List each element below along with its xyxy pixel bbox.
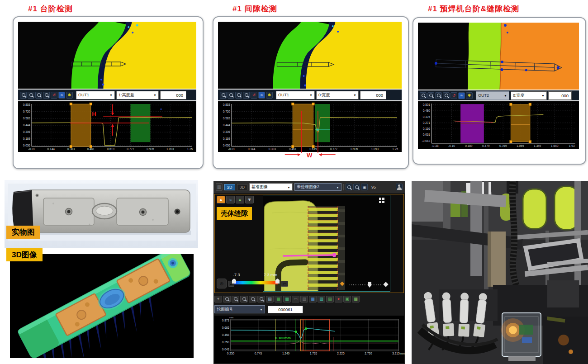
svg-text:0.444: 0.444 (23, 123, 31, 127)
measure-mode-select[interactable]: 0:宽度 (511, 91, 547, 100)
viewer-topbar: ▥ 2D 3D 基准图像 未处理图像2 ▣ 95 (213, 181, 405, 193)
roi-handle[interactable] (90, 145, 92, 148)
region-tool-icon[interactable]: ▧ (300, 296, 308, 303)
roi-box-orange[interactable] (511, 104, 530, 142)
svg-text:0.271: 0.271 (423, 121, 431, 124)
export-icon[interactable]: ▣ (343, 296, 351, 303)
source-image-select[interactable]: 基准图像 (249, 183, 293, 191)
contour-select[interactable]: 轮廓编号 (214, 305, 265, 313)
grid-tool-icon[interactable]: ▦ (275, 296, 282, 303)
zoom-out-icon[interactable] (28, 92, 34, 99)
waveform-icon[interactable]: ≈ (458, 92, 465, 99)
zoom-out-icon[interactable] (353, 184, 360, 190)
roi-handle[interactable] (312, 103, 315, 105)
image-viewport[interactable] (263, 195, 390, 292)
colorbar-handle-min[interactable] (232, 279, 236, 284)
panel-title-gap: #1 间隙检测 (232, 4, 277, 14)
settings-icon[interactable]: ✱ (266, 92, 273, 99)
roi-handle[interactable] (70, 103, 72, 105)
zoom-out-icon[interactable] (228, 92, 234, 99)
view-mode-icons: ▲≈▲▼ (217, 196, 254, 203)
zoom-out-tool-icon[interactable] (232, 296, 239, 303)
colorbar-fit-icon[interactable]: ▭ (281, 281, 288, 287)
contour-number-field[interactable]: 000061 (268, 306, 303, 313)
svg-text:2.720: 2.720 (365, 352, 372, 355)
compare-tool-icon[interactable]: ▩ (283, 296, 291, 303)
zoom-fit-icon[interactable] (243, 92, 250, 99)
measure-toolbar-step: ↺≈✱ OUT1 1:高度差 000 (18, 90, 196, 100)
roi-handle[interactable] (291, 103, 294, 105)
zoom-fit-tool-icon[interactable] (257, 296, 265, 303)
waveform-icon[interactable]: ≈ (58, 92, 65, 99)
roi-handle[interactable] (509, 140, 512, 143)
output-select[interactable]: OUT2 (476, 91, 509, 100)
roi-box-orange[interactable] (71, 104, 91, 147)
image-view-icon[interactable]: ▲ (217, 196, 225, 203)
zoom-region-tool-icon[interactable] (240, 296, 248, 303)
roi-handle[interactable] (529, 103, 531, 106)
roi-handle[interactable] (70, 145, 72, 148)
profile-tool-icon[interactable]: ▤ (266, 296, 274, 303)
position-view-icon[interactable]: ▼ (245, 196, 254, 203)
zoom-region-icon[interactable] (435, 92, 442, 99)
undo-icon[interactable]: ↺ (450, 92, 457, 99)
zoom-in-icon[interactable] (346, 184, 352, 190)
roi-handle[interactable] (529, 140, 531, 143)
zoom-in-icon[interactable] (220, 92, 227, 99)
measure-mode-select[interactable]: 1:高度差 (116, 91, 159, 99)
mask-tool-icon[interactable]: ▭ (292, 296, 299, 303)
layout-icon[interactable]: ▥ (216, 183, 223, 191)
measure-toolbar-preweld: ↺≈✱ OUT2 0:宽度 000 (418, 90, 579, 100)
roi-handle[interactable] (312, 145, 315, 148)
output-select[interactable]: OUT1 (76, 91, 115, 99)
roi-handle[interactable] (90, 103, 92, 105)
zoom-in-icon[interactable] (20, 92, 27, 99)
output-select-value: OUT2 (478, 93, 489, 98)
profile-view-icon[interactable]: ≈ (226, 196, 235, 203)
roi-box-orange[interactable] (293, 104, 313, 147)
roi-handle[interactable] (509, 103, 512, 106)
undo-icon[interactable]: ↺ (51, 92, 57, 99)
svg-text:0.250: 0.250 (222, 340, 230, 344)
output-select[interactable]: OUT1 (276, 91, 315, 99)
roi-handle[interactable] (291, 145, 294, 148)
record-icon[interactable]: ● (335, 296, 342, 303)
settings-icon[interactable]: ✱ (466, 92, 473, 99)
zoom-fit-icon[interactable]: ▣ (361, 184, 368, 190)
shell-gap-label: 壳体缝隙 (217, 207, 252, 220)
zoom-region-icon[interactable] (35, 92, 42, 99)
pan-tool-icon[interactable]: + (214, 296, 222, 303)
measure-value-field[interactable]: 000 (160, 91, 186, 99)
measure-grid-icon[interactable]: ▦ (309, 296, 317, 303)
tab-2d[interactable]: 2D (224, 184, 235, 190)
svg-text:1.059: 1.059 (517, 144, 524, 147)
undo-icon[interactable]: ↺ (251, 92, 257, 99)
zoom-in-tool-icon[interactable] (223, 296, 231, 303)
measure-line-icon[interactable]: ▤ (326, 296, 334, 303)
zoom-fit-icon[interactable] (443, 92, 450, 99)
roi-box-green[interactable] (315, 104, 330, 142)
zoom-region-icon[interactable] (235, 92, 242, 99)
processed-image-select[interactable]: 未处理图像2 (294, 183, 341, 191)
height-view-icon[interactable]: ▲ (236, 196, 244, 203)
settings-icon[interactable]: ✱ (66, 92, 73, 99)
tab-3d[interactable]: 3D (237, 184, 248, 190)
waveform-icon[interactable]: ≈ (258, 92, 265, 99)
chevron-down-icon (504, 93, 507, 98)
user-icon[interactable] (396, 184, 403, 190)
zoom-prev-tool-icon[interactable] (249, 296, 256, 303)
measure-mode-select[interactable]: 0:宽度 (316, 91, 359, 99)
measure-area-icon[interactable]: ▨ (318, 296, 325, 303)
report-icon[interactable]: ▦ (352, 296, 360, 303)
svg-text:0.458: 0.458 (222, 333, 230, 336)
svg-text:0.169: 0.169 (23, 137, 31, 140)
measure-value-field[interactable]: 000 (360, 91, 386, 99)
svg-text:1.93: 1.93 (569, 144, 575, 147)
zoom-fit-icon[interactable] (43, 92, 50, 99)
zoom-in-icon[interactable] (420, 92, 427, 99)
color-target-icon[interactable]: ◎ (217, 279, 227, 288)
zoom-out-icon[interactable] (427, 92, 434, 99)
measure-band-roi[interactable] (308, 206, 338, 290)
svg-text:2.225: 2.225 (337, 352, 345, 355)
measure-value-field[interactable]: 000 (548, 91, 572, 100)
